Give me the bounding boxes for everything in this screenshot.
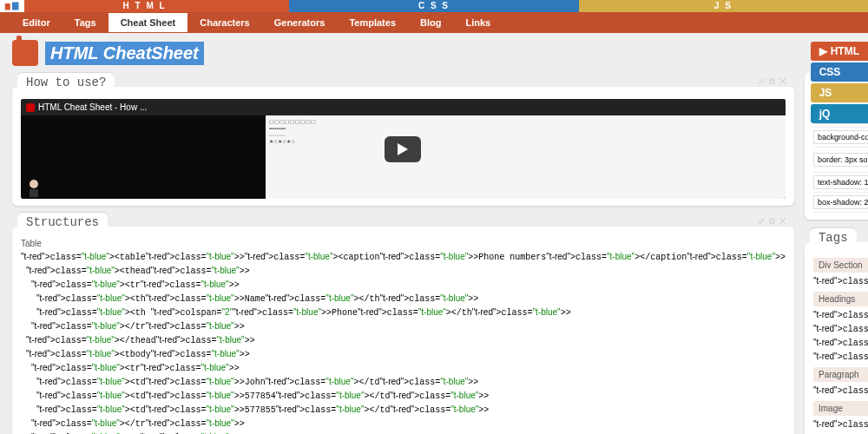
structures-label: Table xyxy=(21,239,786,248)
nav-links[interactable]: Links xyxy=(453,13,503,32)
tag-section-label: Paragraph xyxy=(813,367,868,382)
tag-code[interactable]: "t-red">class="t-blue"><img "t-red">src=… xyxy=(813,418,868,431)
tag-section-label: Headings xyxy=(813,292,868,306)
main-nav: EditorTagsCheat SheetCharactersGenerator… xyxy=(0,12,868,33)
tag-section-label: Image xyxy=(813,401,868,416)
nav-editor[interactable]: Editor xyxy=(10,13,62,32)
svg-point-2 xyxy=(30,180,38,188)
tags-panel: Tags ⤢ ⧉ ✕ Div Section"t-red">class="t-b… xyxy=(805,242,868,434)
video-title: HTML Cheat Sheet - How ... xyxy=(38,102,147,112)
nav-generators[interactable]: Generators xyxy=(262,13,338,32)
play-button-icon[interactable] xyxy=(385,136,421,162)
tag-section-label: Div Section xyxy=(813,258,868,273)
tags-tab: Tags xyxy=(810,228,857,245)
side-pill-css[interactable]: CSS xyxy=(811,62,868,82)
header: HTML CheatSheet xyxy=(0,33,868,69)
howto-video[interactable]: HTML Cheat Sheet - How ... ▢▢▢▢▢▢▢▢▢▪▪▪▪… xyxy=(21,99,786,199)
nav-blog[interactable]: Blog xyxy=(408,13,453,32)
tag-code[interactable]: "t-red">class="t-blue"><p "t-red">style=… xyxy=(813,384,868,398)
youtube-icon xyxy=(26,103,35,112)
howto-tab: How to use? xyxy=(17,73,115,89)
nav-tags[interactable]: Tags xyxy=(62,13,108,32)
color-css-input[interactable] xyxy=(813,130,868,144)
side-pill-js[interactable]: JS xyxy=(811,83,868,102)
topbar-html[interactable]: H T M L xyxy=(0,0,289,12)
topbar-js[interactable]: J S xyxy=(579,0,868,12)
presenter-icon xyxy=(23,176,44,197)
top-language-bar: H T M L C S S J S xyxy=(0,0,868,12)
brand-logo-icon xyxy=(12,40,38,66)
structures-panel: Structures ⤢ ⧉ ✕ Table "t-red">class="t-… xyxy=(12,227,794,434)
structures-code[interactable]: "t-red">class="t-blue"><table"t-red">cla… xyxy=(21,250,786,434)
svg-rect-1 xyxy=(12,3,19,10)
topbar-css[interactable]: C S S xyxy=(289,0,578,12)
tag-code[interactable]: "t-red">class="t-blue"><h1"t-red">class=… xyxy=(813,308,868,364)
logo-corner[interactable] xyxy=(0,0,24,12)
side-pills: ▶HTMLCSSJSjQ xyxy=(811,42,868,123)
tag-code[interactable]: "t-red">class="t-blue"><div"t-red">class… xyxy=(813,274,868,288)
svg-rect-0 xyxy=(5,3,10,10)
color-css-input[interactable] xyxy=(813,153,868,167)
nav-templates[interactable]: Templates xyxy=(337,13,408,32)
panel-controls-icon[interactable]: ⤢ ⧉ ✕ xyxy=(758,216,787,227)
color-css-input[interactable] xyxy=(813,195,868,209)
play-icon: ▶ xyxy=(819,45,827,57)
panel-controls-icon[interactable]: ⤢ ⧉ ✕ xyxy=(758,76,787,87)
howto-panel: How to use? ⤢ ⧉ ✕ HTML Cheat Sheet - How… xyxy=(12,87,794,206)
structures-tab: Structures xyxy=(17,213,108,229)
svg-rect-3 xyxy=(30,189,38,197)
nav-cheat-sheet[interactable]: Cheat Sheet xyxy=(108,13,188,32)
side-pill-jq[interactable]: jQ xyxy=(811,104,868,123)
nav-characters[interactable]: Characters xyxy=(187,13,261,32)
color-css-input[interactable] xyxy=(813,175,868,189)
brand-title: HTML CheatSheet xyxy=(45,42,204,65)
side-pill-html[interactable]: ▶HTML xyxy=(811,42,868,61)
